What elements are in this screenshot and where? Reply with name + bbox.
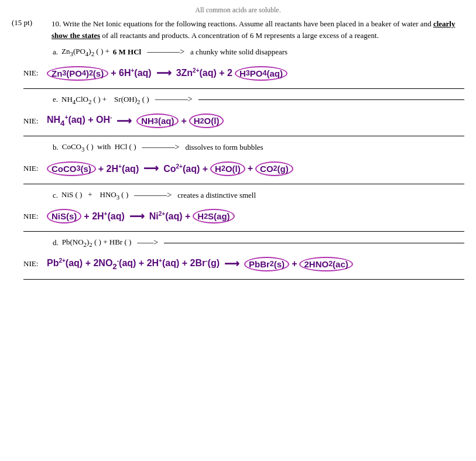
nie-a-part2: + 6H+(aq) — [111, 67, 151, 78]
product-c: creates a distinctive smell — [177, 191, 256, 200]
nie-c-part3: Ni2+(aq) + — [149, 211, 191, 222]
points-label: (15 pt) — [12, 18, 47, 27]
letter-b: b. — [53, 143, 59, 152]
reagent-a: 6 M HCl — [113, 47, 141, 57]
nie-e-plus: + — [181, 116, 186, 126]
arrow-d: ——> — [137, 238, 158, 247]
nie-a-arrow: ⟶ — [156, 67, 172, 80]
letter-a: a. — [53, 47, 58, 57]
blank-e — [198, 99, 464, 100]
nie-d-part2: PbBr2(s) — [244, 257, 289, 271]
nie-c-arrow: ⟶ — [129, 210, 145, 223]
reactants-c: NiS ( ) + HNO3 ( ) — [61, 190, 128, 201]
nie-c-part1: NiS(s) — [47, 209, 81, 223]
problem-number: 10. — [52, 19, 61, 28]
product-a: a chunky white solid disappears — [190, 47, 287, 57]
nie-c-part4: H2S(ag) — [193, 209, 234, 223]
nie-label-c: NIE: — [23, 212, 44, 221]
letter-c: c. — [53, 191, 58, 200]
arrow-b: ————> — [142, 143, 180, 152]
nie-b-part5: CO2(g) — [255, 161, 293, 176]
nie-row-b: NIE: CoCO3(s) + 2H+(aq) ⟶ Co2+(aq) + H2O… — [23, 155, 464, 184]
blank-d — [164, 243, 464, 243]
nie-b-plus2: + — [248, 163, 253, 174]
nie-content-a: Zn3(PO4)2(s) + 6H+(aq) ⟶ 3Zn2+(aq) + 2 H… — [47, 66, 464, 81]
reactants-a: Zn3(PO4)2 ( ) + — [61, 47, 109, 57]
nie-b-arrow: ⟶ — [143, 162, 159, 175]
nie-a-part4: H3PO4(aq) — [235, 66, 287, 81]
arrow-c: ————> — [134, 191, 172, 200]
nie-row-e: NIE: NH4+(aq) + OH- ⟶ NH3(aq) + H2O(l) — [23, 107, 464, 136]
header-note: All common acids are soluble. — [12, 6, 464, 15]
sub-problem-b: b. CoCO3 ( ) with HCl ( ) ————> dissolve… — [53, 142, 464, 153]
nie-a-part3: 3Zn2+(aq) + 2 — [176, 67, 232, 78]
reactants-b: CoCO3 ( ) with HCl ( ) — [62, 142, 136, 153]
nie-row-a: NIE: Zn3(PO4)2(s) + 6H+(aq) ⟶ 3Zn2+(aq) … — [23, 60, 464, 89]
problem-header: (15 pt) 10. Write the Net Ionic equation… — [12, 18, 464, 41]
nie-a-part1: Zn3(PO4)2(s) — [47, 66, 108, 81]
nie-label-e: NIE: — [23, 116, 44, 126]
nie-row-c: NIE: NiS(s) + 2H+(aq) ⟶ Ni2+(aq) + H2S(a… — [23, 202, 464, 232]
sub-problem-d: d. Pb(NO2)2 ( ) + HBr ( ) ——> — [53, 238, 464, 248]
nie-e-part1: NH4+(aq) + OH- — [47, 114, 112, 128]
problem-end: of all reactants and products. A concent… — [100, 31, 379, 40]
nie-content-d: Pb2+(aq) + 2NO2-(aq) + 2H+(aq) + 2Br-(g)… — [47, 257, 464, 271]
nie-label-a: NIE: — [23, 68, 44, 78]
nie-d-part1: Pb2+(aq) + 2NO2-(aq) + 2H+(aq) + 2Br-(g) — [47, 257, 220, 271]
nie-content-c: NiS(s) + 2H+(aq) ⟶ Ni2+(aq) + H2S(ag) — [47, 209, 464, 223]
sub-problem-c: c. NiS ( ) + HNO3 ( ) ————> creates a di… — [53, 190, 464, 201]
nie-content-e: NH4+(aq) + OH- ⟶ NH3(aq) + H2O(l) — [47, 113, 464, 128]
sub-problem-a: a. Zn3(PO4)2 ( ) + 6 M HCl ————> a chunk… — [53, 47, 464, 57]
product-b: dissolves to form bubbles — [185, 143, 263, 152]
arrow-e: ————> — [155, 95, 193, 104]
problem-text: 10. Write the Net Ionic equations for th… — [52, 18, 464, 41]
nie-b-part1: CoCO3(s) — [47, 161, 96, 176]
nie-label-b: NIE: — [23, 164, 44, 173]
nie-b-part3: Co2+(aq) + — [163, 163, 208, 174]
nie-e-part2: NH3(aq) — [136, 113, 179, 128]
letter-e: e. — [53, 95, 58, 104]
nie-content-b: CoCO3(s) + 2H+(aq) ⟶ Co2+(aq) + H2O(l) +… — [47, 161, 464, 176]
reactants-e: NH4ClO2 ( ) + Sr(OH)2 ( ) — [61, 95, 149, 105]
problem-intro: Write the Net Ionic equations for the fo… — [63, 19, 433, 28]
nie-b-part2: + 2H+(aq) — [98, 163, 139, 174]
nie-e-part3: H2O(l) — [189, 113, 224, 128]
sub-problem-e: e. NH4ClO2 ( ) + Sr(OH)2 ( ) ————> — [53, 95, 464, 105]
nie-c-part2: + 2H+(aq) — [84, 211, 124, 222]
arrow-a: ————> — [147, 47, 184, 57]
nie-row-d: NIE: Pb2+(aq) + 2NO2-(aq) + 2H+(aq) + 2B… — [23, 250, 464, 280]
nie-b-part4: H2O(l) — [210, 161, 245, 176]
reactants-d: Pb(NO2)2 ( ) + HBr ( ) — [62, 238, 132, 248]
nie-d-arrow: ⟶ — [224, 257, 239, 270]
nie-e-arrow: ⟶ — [117, 115, 132, 128]
nie-d-plus: + — [292, 259, 297, 269]
nie-label-d: NIE: — [23, 259, 44, 269]
nie-d-part3: 2HNO2(ac) — [299, 257, 352, 271]
letter-d: d. — [53, 238, 59, 247]
